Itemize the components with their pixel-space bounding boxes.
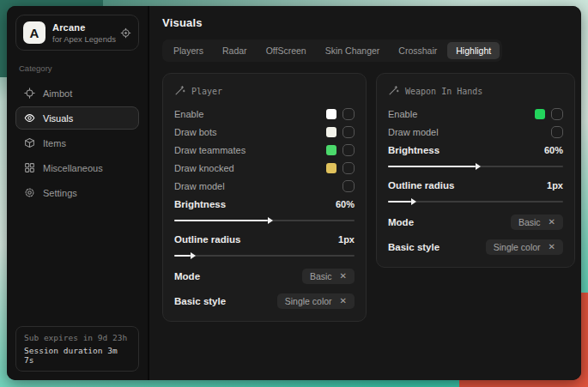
grid-icon: [24, 162, 35, 173]
setting-label: Draw model: [174, 181, 225, 191]
sidebar-nav: AimbotVisualsItemsMiscellaneousSettings: [15, 82, 139, 204]
slider[interactable]: [174, 252, 355, 259]
slider-label-row: Brightness60%: [388, 141, 563, 159]
slider-label-row: Brightness60%: [174, 195, 355, 213]
tag-basic[interactable]: Basic✕: [302, 269, 355, 284]
checkbox[interactable]: [342, 144, 355, 156]
color-swatch[interactable]: [326, 109, 336, 119]
slider-value: 1px: [547, 180, 563, 190]
app-logo: A: [23, 21, 45, 44]
gear-icon: [24, 187, 35, 198]
main-content: Visuals PlayersRadarOffScreenSkin Change…: [148, 6, 581, 380]
slider-value: 1px: [338, 234, 355, 245]
setting-label: Mode: [174, 271, 200, 281]
setting-label: Enable: [174, 109, 203, 119]
setting-label: Outline radius: [388, 180, 454, 190]
panels-container: PlayerEnableDraw botsDraw teammatesDraw …: [162, 73, 575, 322]
sidebar-item-items[interactable]: Items: [15, 131, 139, 154]
setting-label: Draw knocked: [174, 163, 234, 173]
checkbox[interactable]: [342, 162, 355, 174]
tag-basic[interactable]: Basic✕: [511, 215, 563, 230]
slider-thumb[interactable]: [268, 217, 273, 224]
setting-label: Mode: [388, 217, 414, 227]
tag-row: Basic styleSingle color✕: [388, 236, 563, 257]
remove-tag-icon[interactable]: ✕: [549, 243, 555, 251]
panel-title: Player: [191, 87, 222, 96]
setting-label: Basic style: [388, 242, 439, 252]
brand-card: A Arcane for Apex Legends: [15, 15, 139, 51]
page-title: Visuals: [162, 16, 575, 29]
tag-row: ModeBasic✕: [388, 211, 563, 233]
panel-player: PlayerEnableDraw botsDraw teammatesDraw …: [162, 73, 367, 322]
tab-crosshair[interactable]: Crosshair: [390, 42, 446, 59]
tag-single-color[interactable]: Single color✕: [486, 239, 563, 255]
setting-label: Brightness: [388, 145, 439, 155]
setting-label: Outline radius: [174, 234, 240, 245]
color-swatch[interactable]: [326, 127, 336, 137]
slider-label-row: Outline radius1px: [174, 230, 355, 248]
slider[interactable]: [174, 217, 355, 224]
slider-thumb[interactable]: [476, 163, 481, 170]
tab-offscreen[interactable]: OffScreen: [258, 42, 315, 59]
checkbox[interactable]: [342, 126, 355, 138]
box-icon: [24, 137, 35, 148]
tag-single-color[interactable]: Single color✕: [277, 293, 355, 309]
setting-label: Basic style: [174, 296, 226, 306]
slider-value: 60%: [544, 145, 563, 155]
sidebar-item-label: Items: [43, 138, 66, 148]
tab-radar[interactable]: Radar: [214, 42, 256, 59]
setting-label: Draw bots: [174, 127, 217, 137]
tab-players[interactable]: Players: [165, 42, 212, 59]
tab-highlight[interactable]: Highlight: [447, 42, 500, 59]
wand-icon: [174, 85, 185, 98]
checkbox[interactable]: [342, 108, 355, 120]
setting-row: Enable: [174, 105, 355, 123]
category-label: Category: [19, 63, 136, 73]
sidebar-item-label: Miscellaneous: [43, 163, 103, 173]
setting-label: Draw teammates: [174, 145, 246, 155]
sidebar-item-aimbot[interactable]: Aimbot: [15, 82, 139, 105]
app-subtitle: for Apex Legends: [52, 34, 113, 44]
sub-expires-text: Sub expires in 9d 23h: [24, 333, 130, 342]
slider-label-row: Outline radius1px: [388, 176, 563, 194]
sidebar-item-settings[interactable]: Settings: [15, 181, 139, 204]
setting-label: Brightness: [174, 199, 226, 209]
setting-label: Enable: [388, 109, 417, 119]
tag-row: ModeBasic✕: [174, 265, 355, 287]
checkbox[interactable]: [551, 108, 563, 120]
slider[interactable]: [388, 163, 563, 170]
sidebar: A Arcane for Apex Legends Category Aimbo…: [7, 6, 148, 380]
color-swatch[interactable]: [326, 163, 336, 173]
color-swatch[interactable]: [326, 145, 336, 155]
remove-tag-icon[interactable]: ✕: [340, 297, 347, 305]
subscription-card: Sub expires in 9d 23h Session duration 3…: [15, 326, 139, 372]
target-icon[interactable]: [120, 27, 131, 39]
sidebar-item-label: Visuals: [43, 113, 73, 124]
checkbox[interactable]: [551, 126, 563, 138]
setting-row: Draw teammates: [174, 141, 355, 159]
sidebar-item-label: Aimbot: [43, 88, 72, 99]
tab-skin-changer[interactable]: Skin Changer: [317, 42, 389, 59]
eye-icon: [24, 112, 35, 124]
setting-row: Draw bots: [174, 123, 355, 141]
sidebar-item-miscellaneous[interactable]: Miscellaneous: [15, 156, 139, 179]
color-swatch[interactable]: [535, 109, 545, 119]
slider-thumb[interactable]: [411, 198, 416, 205]
aimbot-crosshair-icon: [24, 88, 35, 99]
sidebar-item-visuals[interactable]: Visuals: [15, 106, 139, 130]
setting-row: Draw knocked: [174, 159, 355, 177]
wand-icon: [388, 85, 399, 98]
checkbox[interactable]: [342, 180, 355, 192]
tag-row: Basic styleSingle color✕: [174, 290, 355, 311]
setting-row: Draw model: [388, 123, 563, 141]
slider-thumb[interactable]: [191, 252, 196, 259]
panel-title: Weapon In Hands: [405, 87, 482, 96]
slider-value: 60%: [336, 199, 355, 209]
panel-weapon-in-hands: Weapon In HandsEnableDraw modelBrightnes…: [376, 73, 575, 268]
remove-tag-icon[interactable]: ✕: [340, 272, 347, 281]
remove-tag-icon[interactable]: ✕: [549, 218, 555, 227]
slider[interactable]: [388, 198, 563, 205]
app-window: A Arcane for Apex Legends Category Aimbo…: [7, 6, 581, 380]
session-duration-text: Session duration 3m 7s: [24, 346, 130, 365]
tab-bar: PlayersRadarOffScreenSkin ChangerCrossha…: [162, 39, 502, 62]
